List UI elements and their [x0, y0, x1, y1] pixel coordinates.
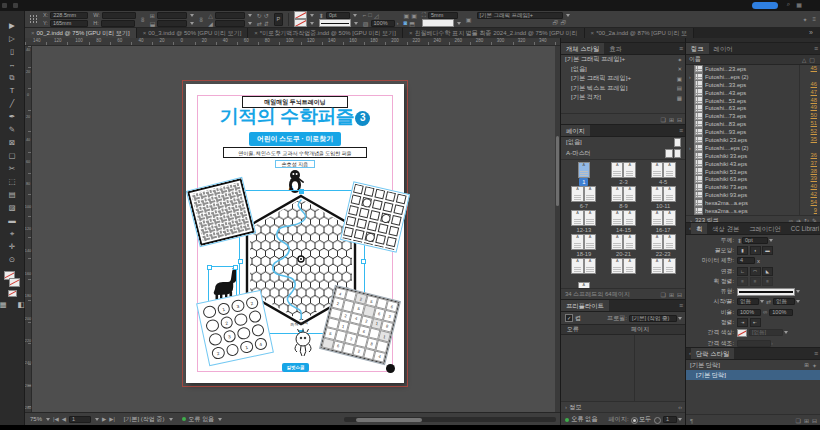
next-error-icon[interactable]: › [680, 404, 682, 410]
quick-apply-icon[interactable]: ✦ [802, 16, 807, 23]
link-item-row[interactable]: Futoshi...43.eps 47 [686, 89, 820, 97]
swap-ends-icon[interactable]: ⇄ [766, 298, 771, 305]
link-item-row[interactable]: Futoshi...93.eps 52 [686, 128, 820, 136]
wrap-ignore-icon[interactable]: ◙ [404, 20, 408, 26]
status-column-icon[interactable]: △ [802, 57, 806, 63]
page-column-icon[interactable]: ▢ [809, 56, 818, 63]
profile-dropdown[interactable]: [기본] (작업 중) [629, 315, 677, 322]
butt-cap-button[interactable]: ▮ [737, 246, 748, 255]
style-override-icon[interactable]: ⊞ [804, 362, 809, 368]
style-clear-icon[interactable]: 🗗 [561, 20, 567, 26]
link-item-row[interactable]: Futoshiki 23.eps 35 [686, 136, 820, 144]
link-page-number[interactable] [799, 144, 820, 152]
octopus-character[interactable] [291, 328, 315, 358]
prev-page-icon[interactable]: ◀ [62, 416, 66, 422]
start-end-dropdown[interactable]: 없음 [737, 298, 759, 305]
scale-x-field[interactable] [157, 12, 187, 19]
stroke-type-dropdown[interactable] [737, 288, 795, 296]
preflight-on-checkbox[interactable]: ✓ [565, 314, 573, 322]
wrap-bounding-icon[interactable]: ▣ [411, 12, 417, 19]
page-range-field[interactable]: 1 [663, 416, 677, 423]
link-page-number[interactable]: 48 [799, 97, 820, 105]
wrap-jump-icon[interactable]: ⬒ [409, 20, 415, 27]
page-column-header[interactable]: 페이지 [631, 325, 649, 334]
delete-style-icon[interactable]: ⊟ [677, 116, 682, 123]
corner-shape-icon[interactable]: □ [368, 12, 372, 18]
tool-icon[interactable]: ▨ [4, 201, 20, 214]
constrain-scale-link-icon[interactable]: 𝟠 [199, 16, 203, 23]
master-none-row[interactable]: [없음] [561, 137, 686, 148]
link-page-number[interactable]: 36 [799, 152, 820, 160]
tab-swatches[interactable]: 색상 견본 [707, 223, 744, 234]
corner-options-icon[interactable]: ⌐ [363, 12, 367, 18]
miter-join-button[interactable]: ∟ [737, 267, 748, 276]
object-style-item[interactable]: [기본 텍스트 프레임] ▤ [561, 84, 686, 94]
link-item-row[interactable]: hexa2ma...a.eps 54 [686, 199, 820, 207]
document-tab[interactable]: × 친절베다수학 표지 별물 최종 2024_2.indd @ 75% [GPU… [403, 28, 585, 38]
end-scale-field[interactable]: 100% [769, 309, 793, 316]
description-frame[interactable]: 연이월, 체인스도쿠 교과서 수학개념을 도입한 퍼즐 [186, 147, 404, 158]
spread-thumbnail[interactable]: A A 22-23 [643, 234, 683, 258]
bevel-join-button[interactable]: ◣ [762, 267, 773, 276]
spread-thumbnail[interactable]: A A [643, 258, 683, 282]
tab-links[interactable]: 링크 [686, 43, 709, 54]
spread-thumbnail[interactable]: A A 12-13 [564, 210, 604, 234]
tool-icon[interactable]: ▯ [4, 45, 20, 58]
link-page-number[interactable]: 46 [799, 81, 820, 89]
tool-icon[interactable]: ✂ [4, 162, 20, 175]
link-item-row[interactable]: Futoshi...53.eps 48 [686, 97, 820, 105]
grid-icon[interactable]: ▦ [796, 1, 802, 8]
tab-gradient[interactable]: 그레이디언 [744, 223, 785, 234]
share-button[interactable] [752, 2, 778, 9]
rotate-cw-icon[interactable]: ↻ [257, 12, 262, 19]
object-style-item[interactable]: [기본 격자] ▦ [561, 93, 686, 103]
tool-icon[interactable]: ⌖ [4, 227, 20, 240]
stroke-weight-field[interactable]: 0pt [742, 237, 768, 244]
spread-thumbnail[interactable]: A A 1 [564, 162, 604, 186]
link-page-number[interactable]: 49 [799, 104, 820, 112]
sudoku-puzzle[interactable]: 4256256324218161538624 [319, 285, 401, 365]
align-arrow-end-button[interactable]: ⇤ [750, 318, 761, 327]
gap-color-dropdown[interactable]: [없음] [749, 329, 783, 336]
tool-icon[interactable]: ▷ [4, 32, 20, 45]
stroke-weight-field[interactable]: 0pt [326, 12, 350, 19]
zoom-level[interactable]: 75% [30, 416, 42, 422]
close-tab-icon[interactable]: × [143, 30, 147, 36]
object-style-dropdown[interactable]: [기본 그래픽 프레임]+ [477, 12, 563, 19]
link-page-number[interactable]: 54 [799, 199, 820, 207]
opacity-field[interactable]: 100% [371, 20, 395, 27]
spread-thumbnail[interactable]: A A 8-9 [604, 186, 644, 210]
miter-limit-field[interactable]: 4 [737, 257, 755, 264]
last-page-icon[interactable]: ▶| [109, 416, 115, 422]
link-item-row[interactable]: Futoshi...83.eps 51 [686, 120, 820, 128]
delete-page-icon[interactable]: ⊟ [677, 291, 682, 298]
spread-thumbnail[interactable]: A A 2-3 [604, 162, 644, 186]
tool-icon[interactable]: ⧉ [4, 71, 20, 84]
flip-horizontal-icon[interactable]: ⇄ [257, 20, 262, 27]
link-item-row[interactable]: Futoshiki 43.eps 37 [686, 160, 820, 168]
style-group-icon[interactable]: ¶ [690, 418, 693, 424]
link-page-number[interactable] [799, 73, 820, 81]
title-frame[interactable]: 기적의 수학퍼즐3 [186, 107, 404, 127]
panel-menu-icon[interactable]: ≡ [814, 43, 820, 54]
link-page-number[interactable]: 47 [799, 89, 820, 97]
link-item-row[interactable]: Futoshiki 63.eps 39 [686, 175, 820, 183]
spread-thumbnail[interactable]: A A [604, 258, 644, 282]
document-tab[interactable]: × *00_2a.indd @ 87% [GPU 미리 보 [585, 28, 695, 38]
formatting-container-icon[interactable]: ▦ [0, 300, 11, 309]
align-arrow-tip-button[interactable]: ⇥ [737, 318, 748, 327]
new-page-icon[interactable]: ⊞ [669, 291, 674, 298]
next-page-icon[interactable]: ▶ [102, 416, 106, 422]
link-item-row[interactable]: Futoshi...33.eps 46 [686, 81, 820, 89]
link-page-number[interactable]: 51 [799, 120, 820, 128]
tool-icon[interactable]: ▬ [4, 214, 20, 227]
panel-dock-icon[interactable]: ≡ [812, 16, 816, 22]
align-center-button[interactable]: ≡ [737, 277, 748, 286]
link-item-row[interactable]: Futoshiki 93.eps 42 [686, 191, 820, 199]
constrain-wh-link-icon[interactable]: 𝟠 [141, 16, 145, 23]
link-page-number[interactable]: 52 [799, 128, 820, 136]
spread-thumbnail[interactable]: A A 10-11 [643, 186, 683, 210]
fx-icon[interactable]: › [397, 20, 399, 26]
rotation-field[interactable] [215, 12, 245, 19]
round-cap-button[interactable]: ◖ [750, 246, 761, 255]
